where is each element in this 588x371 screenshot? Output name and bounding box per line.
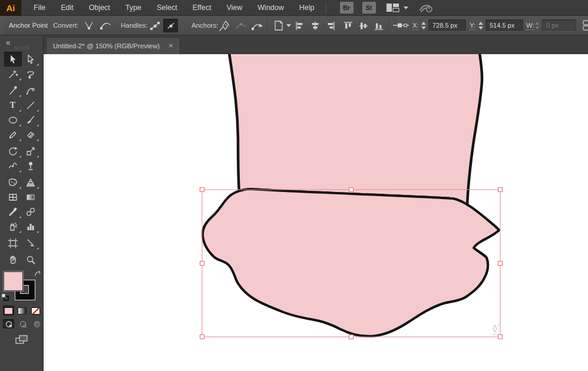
remove-anchor-button[interactable] xyxy=(233,19,248,32)
fill-color-swatch[interactable] xyxy=(3,271,24,292)
color-mode-button[interactable] xyxy=(3,306,14,316)
control-bar-grip[interactable] xyxy=(0,16,4,35)
handle-middle-left[interactable] xyxy=(200,261,204,266)
handle-bottom-left[interactable] xyxy=(200,335,204,339)
canvas-area[interactable] xyxy=(44,54,588,371)
show-handles-button[interactable] xyxy=(147,19,162,32)
align-vertical-top-button[interactable] xyxy=(342,19,355,32)
align-top-icon xyxy=(343,21,354,31)
perspective-grid-tool-icon xyxy=(25,177,36,188)
handle-bottom-right[interactable] xyxy=(498,335,503,339)
screen-mode-button[interactable] xyxy=(13,333,31,346)
column-graph-tool[interactable] xyxy=(22,219,39,234)
blend-tool[interactable] xyxy=(22,204,39,219)
special-tools-group xyxy=(0,175,43,234)
x-input[interactable]: 728.5 px xyxy=(428,19,466,31)
symbol-sprayer-tool[interactable] xyxy=(4,219,22,234)
eyedropper-tool-icon xyxy=(8,207,18,217)
handle-top-right[interactable] xyxy=(498,188,503,192)
rotate-tool[interactable] xyxy=(4,144,22,158)
handle-top-center[interactable] xyxy=(349,188,354,192)
align-vertical-bottom-button[interactable] xyxy=(372,19,385,32)
artboard-tool[interactable] xyxy=(4,236,22,250)
menu-view[interactable]: View xyxy=(219,0,250,16)
w-stepper xyxy=(534,20,540,31)
pen-tool[interactable] xyxy=(4,83,22,98)
y-input[interactable]: 514.5 px xyxy=(485,19,523,31)
gradient-tool[interactable] xyxy=(22,190,39,204)
menu-window[interactable]: Window xyxy=(250,0,291,16)
workspace-switcher[interactable] xyxy=(386,3,408,12)
menu-select[interactable]: Select xyxy=(149,0,185,16)
menu-edit[interactable]: Edit xyxy=(53,0,81,16)
pencil-tool[interactable] xyxy=(4,127,22,142)
curvature-tool[interactable] xyxy=(22,83,39,98)
direct-selection-tool[interactable] xyxy=(22,52,39,67)
align-horizontal-left-button[interactable] xyxy=(293,19,306,32)
sync-status[interactable] xyxy=(419,2,433,13)
handle-bottom-center[interactable] xyxy=(349,335,354,339)
menu-effect[interactable]: Effect xyxy=(185,0,219,16)
swap-fill-stroke-icon[interactable] xyxy=(34,270,42,280)
y-stepper[interactable] xyxy=(477,20,484,31)
width-tool[interactable] xyxy=(4,158,22,173)
zoom-tool[interactable] xyxy=(22,252,39,267)
paintbrush-tool[interactable] xyxy=(22,112,39,127)
type-tool-icon: T xyxy=(10,101,15,110)
menu-file[interactable]: File xyxy=(26,0,53,16)
none-mode-button[interactable] xyxy=(30,306,41,316)
lasso-tool[interactable] xyxy=(22,67,39,81)
perspective-grid-tool[interactable] xyxy=(22,175,39,190)
scale-tool[interactable] xyxy=(22,144,39,158)
draw-normal-button[interactable] xyxy=(3,319,14,329)
document-setup-button[interactable] xyxy=(271,19,292,32)
close-tab-icon[interactable]: × xyxy=(169,42,173,49)
eraser-tool[interactable] xyxy=(22,127,39,142)
handle-top-left[interactable] xyxy=(200,188,204,192)
anchor-measure-icon xyxy=(392,19,410,34)
eyedropper-tool[interactable] xyxy=(4,204,22,219)
cut-path-icon xyxy=(218,20,231,32)
hide-handles-button[interactable] xyxy=(163,19,178,32)
chevron-down-icon xyxy=(404,6,408,9)
stock-button[interactable]: St xyxy=(362,2,376,14)
puppet-warp-tool[interactable] xyxy=(22,158,39,173)
align-v-center-icon xyxy=(358,21,369,31)
align-horizontal-right-button[interactable] xyxy=(324,19,337,32)
handle-middle-right[interactable] xyxy=(498,261,503,266)
default-fill-stroke-icon[interactable] xyxy=(1,293,9,303)
menu-type[interactable]: Type xyxy=(118,0,149,16)
draw-behind-button[interactable] xyxy=(17,319,28,329)
magic-wand-tool[interactable] xyxy=(4,67,22,81)
gradient-mode-button[interactable] xyxy=(16,306,28,316)
x-stepper[interactable] xyxy=(420,20,427,31)
cut-path-button[interactable] xyxy=(217,19,232,32)
draw-inside-button[interactable] xyxy=(32,319,43,329)
panel-drag-grip[interactable] xyxy=(14,46,29,50)
line-segment-tool[interactable] xyxy=(22,98,39,112)
x-label: X: xyxy=(412,16,419,35)
selection-tool[interactable] xyxy=(4,52,22,67)
slice-tool[interactable] xyxy=(22,236,39,250)
type-tool[interactable]: T xyxy=(4,98,22,112)
align-vertical-center-button[interactable] xyxy=(357,19,370,32)
menu-help[interactable]: Help xyxy=(292,0,322,16)
shape-builder-tool[interactable] xyxy=(4,175,22,190)
ellipse-tool[interactable] xyxy=(4,112,22,127)
menu-object[interactable]: Object xyxy=(81,0,118,16)
bridge-button[interactable]: Br xyxy=(340,2,354,14)
align-horizontal-center-button[interactable] xyxy=(309,19,322,32)
collapse-panel-button[interactable]: « xyxy=(6,37,11,48)
document-tab[interactable]: Untitled-2* @ 150% (RGB/Preview) × xyxy=(46,37,180,54)
mesh-tool[interactable] xyxy=(4,190,22,204)
convert-to-corner-button[interactable] xyxy=(81,19,96,32)
hand-tool[interactable] xyxy=(4,252,22,267)
drawing-tools-group: T xyxy=(0,83,43,142)
direct-selection-tool-icon xyxy=(25,54,36,65)
selected-blob-shape[interactable] xyxy=(203,189,499,336)
connect-endpoints-button[interactable] xyxy=(250,19,265,32)
trunk-shape[interactable] xyxy=(228,54,482,212)
convert-to-smooth-button[interactable] xyxy=(98,19,113,32)
app-logo: Ai xyxy=(0,0,21,16)
selection-tools-group xyxy=(0,52,43,81)
